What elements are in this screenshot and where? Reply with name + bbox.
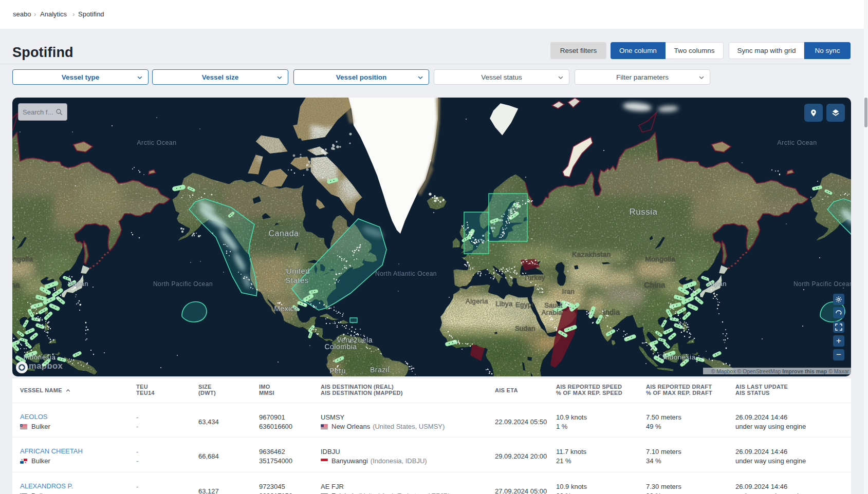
- svg-text:North Atlantic Ocean: North Atlantic Ocean: [375, 270, 437, 277]
- svg-text:Arctic Ocean: Arctic Ocean: [777, 139, 817, 146]
- svg-text:Mexico: Mexico: [274, 305, 298, 313]
- svg-text:Canada: Canada: [268, 229, 299, 238]
- svg-text:★: ★: [20, 424, 22, 427]
- svg-text:Mongolia: Mongolia: [12, 255, 33, 263]
- svg-text:Mongolia: Mongolia: [645, 255, 676, 263]
- svg-text:Colombia: Colombia: [324, 343, 357, 351]
- svg-text:Saudi: Saudi: [544, 301, 563, 309]
- svg-text:Egypt: Egypt: [515, 301, 534, 309]
- svg-text:Kazakhstan: Kazakhstan: [572, 251, 611, 258]
- svg-text:Indonesia: Indonesia: [663, 353, 695, 361]
- svg-text:Algeria: Algeria: [466, 297, 488, 305]
- svg-text:North Pacific Ocean: North Pacific Ocean: [793, 280, 851, 288]
- svg-text:★: ★: [21, 459, 23, 461]
- svg-text:Peru: Peru: [329, 367, 346, 375]
- svg-text:Japan: Japan: [69, 280, 88, 288]
- svg-text:China: China: [644, 280, 666, 289]
- svg-text:India: India: [603, 308, 620, 316]
- svg-text:Indonesia: Indonesia: [23, 353, 56, 361]
- svg-text:Arabia: Arabia: [542, 309, 563, 316]
- svg-text:Brazil: Brazil: [370, 366, 390, 374]
- svg-text:Libya: Libya: [495, 300, 513, 308]
- svg-text:Sudan: Sudan: [515, 325, 535, 332]
- svg-text:Iran: Iran: [562, 288, 575, 295]
- svg-text:United: United: [286, 267, 310, 275]
- svg-text:Russia: Russia: [630, 207, 658, 217]
- svg-text:States: States: [285, 276, 309, 284]
- svg-text:Japan: Japan: [707, 280, 727, 288]
- svg-text:★: ★: [24, 461, 26, 464]
- svg-text:China: China: [12, 280, 20, 289]
- svg-text:North Pacific Ocean: North Pacific Ocean: [153, 280, 213, 288]
- svg-text:Turkey: Turkey: [524, 274, 545, 281]
- svg-text:Arctic Ocean: Arctic Ocean: [137, 139, 177, 146]
